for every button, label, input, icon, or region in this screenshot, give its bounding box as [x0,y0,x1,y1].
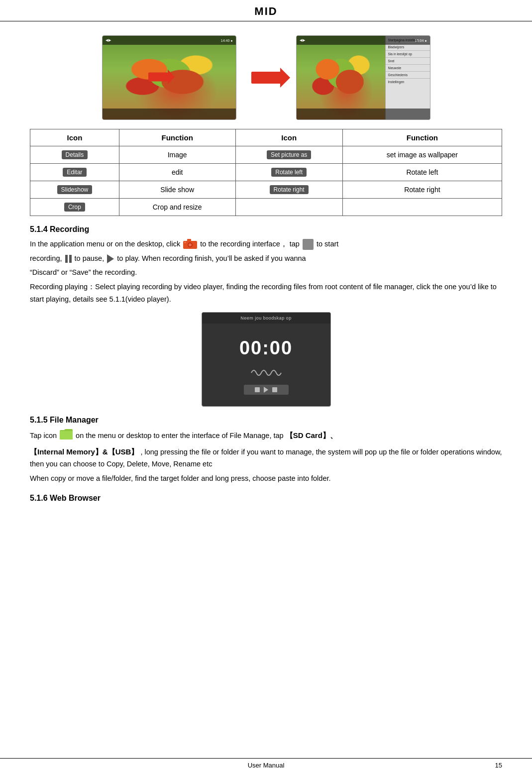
screenshot-bottom-bar-left [103,109,236,119]
pause-icon [65,255,72,263]
recording-wave [249,366,284,380]
record-button-icon [303,239,314,250]
page-number: 15 [495,762,502,769]
recording-box: Neem jou boodskap op 00:00 [202,312,331,407]
editar-button: Editar [63,168,86,177]
table-cell-func1-r3: Slide show [119,181,235,199]
section-514-para4: Recording playing：Select playing recordi… [30,281,502,305]
screenshot-top-bar-left: ◀ ▶ 14:40 ● [103,36,236,45]
recording-timer: 00:00 [239,337,293,359]
sd-card-bracket: 【SD Card】、 [286,431,337,440]
table-cell-func2-r1: set image as wallpaper [342,146,502,164]
rotate-left-button: Rotate left [271,168,307,177]
table-cell-func1-r4: Crop and resize [119,199,235,216]
section-515-heading: 5.1.5 File Manager [30,416,502,425]
para1-mid-text: on the menu or desktop to enter the inte… [76,432,284,440]
table-row: Details Image Set picture as set image a… [30,146,502,164]
screenshot-top-bar-right: ◀ ▶ 15:04 ● [297,36,430,45]
para1-end: to start [317,240,338,248]
para2-end: to play. When recording finish, you’ll b… [117,254,306,262]
footer-label: User Manual [248,762,285,769]
table-header-icon1: Icon [30,129,119,146]
icon-function-table: Icon Function Icon Function Details Imag… [30,129,502,216]
crop-button: Crop [64,203,85,212]
camera-icon [183,239,197,250]
recording-screenshot-container: Neem jou boodskap op 00:00 [30,312,502,407]
table-row: Crop Crop and resize [30,199,502,216]
details-button: Details [62,150,88,159]
table-cell-func2-r2: Rotate left [342,164,502,181]
menu-item-7: Instellingen [386,79,430,85]
screenshot-right-content: Startpagina instelling Bladwijzers Sla i… [297,36,430,119]
section-514-para2: recording, to pause, to play. When recor… [30,252,502,265]
table-cell-icon2-r4 [235,199,342,216]
recording-top-bar: Neem jou boodskap op [202,313,330,324]
table-row: Slideshow Slide show Rotate right Rotate… [30,181,502,199]
pause-bar-right [69,255,72,263]
table-cell-func1-r1: Image [119,146,235,164]
menu-item-3: Sla in leeslijst op [386,51,430,58]
screenshot-bottom-bar-right [297,109,430,119]
rec-stop-btn [255,387,260,392]
screenshot-left: ◀ ▶ 14:40 ● [102,35,236,120]
para1-tap-text: Tap icon [30,432,57,440]
section-516-heading: 5.1.6 Web Browser [30,494,502,503]
svg-rect-3 [187,239,191,241]
table-cell-icon2-r2: Rotate left [235,164,342,181]
para1-text: In the application menu or on the deskto… [30,240,180,248]
table-cell-icon1-r3: Slideshow [30,181,119,199]
menu-item-2: Bladwijzers [386,44,430,51]
menu-item-5: Nieuwste [386,65,430,72]
table-cell-func2-r3: Rotate right [342,181,502,199]
rec-play-btn [264,387,268,393]
svg-point-4 [185,242,186,243]
rec-pause-btn [272,387,277,392]
table-cell-icon1-r4: Crop [30,199,119,216]
pause-bar-left [65,255,68,263]
table-row: Editar edit Rotate left Rotate left [30,164,502,181]
svg-point-2 [189,243,192,246]
transition-arrow [251,72,281,84]
table-cell-icon2-r3: Rotate right [235,181,342,199]
table-cell-icon2-r1: Set picture as [235,146,342,164]
para2-text: recording, [30,254,62,262]
page-title: MID [0,0,532,21]
image-inner-arrow [148,73,168,82]
table-cell-func1-r2: edit [119,164,235,181]
set-picture-as-button: Set picture as [267,150,311,159]
section-515-para2: 【Internal Memory】&【USB】 , long pressing … [30,445,502,470]
table-header-func2: Function [342,129,502,146]
page-footer: User Manual 15 [0,758,532,771]
section-515-para1: Tap icon on the menu or desktop to enter… [30,429,502,443]
table-cell-icon1-r2: Editar [30,164,119,181]
slideshow-button: Slideshow [57,185,93,194]
fruit-image-left [103,36,236,119]
screenshot-right: ◀ ▶ 15:04 ● Startpagina instelling Bladw… [296,35,430,120]
menu-item-4: Snel [386,58,430,65]
para2-mid: to pause, [75,254,105,262]
section-514-para1: In the application menu or on the deskto… [30,238,502,250]
table-cell-func2-r4 [342,199,502,216]
table-header-icon2: Icon [235,129,342,146]
table-cell-icon1-r1: Details [30,146,119,164]
folder-icon [60,429,73,443]
rotate-right-button: Rotate right [270,185,309,194]
internal-memory-bracket: 【Internal Memory】&【USB】 [30,447,138,456]
section-514-heading: 5.1.4 Recording [30,225,502,234]
red-arrow-icon [251,72,281,84]
context-menu: Startpagina instelling Bladwijzers Sla i… [385,36,430,119]
para1-mid: to the recording interface， tap [200,240,300,248]
screenshot-row: ◀ ▶ 14:40 ● ◀ ▶ 15:04 ● [30,35,502,120]
recording-controls [244,385,289,395]
section-514-para3: “Discard” or “Save” the recording. [30,266,502,279]
menu-item-6: Geschiedenis [386,72,430,79]
section-515-para3: When copy or move a file/folder, find th… [30,472,502,485]
play-icon [107,254,114,263]
fruit-image-right [297,36,385,119]
table-header-func1: Function [119,129,235,146]
